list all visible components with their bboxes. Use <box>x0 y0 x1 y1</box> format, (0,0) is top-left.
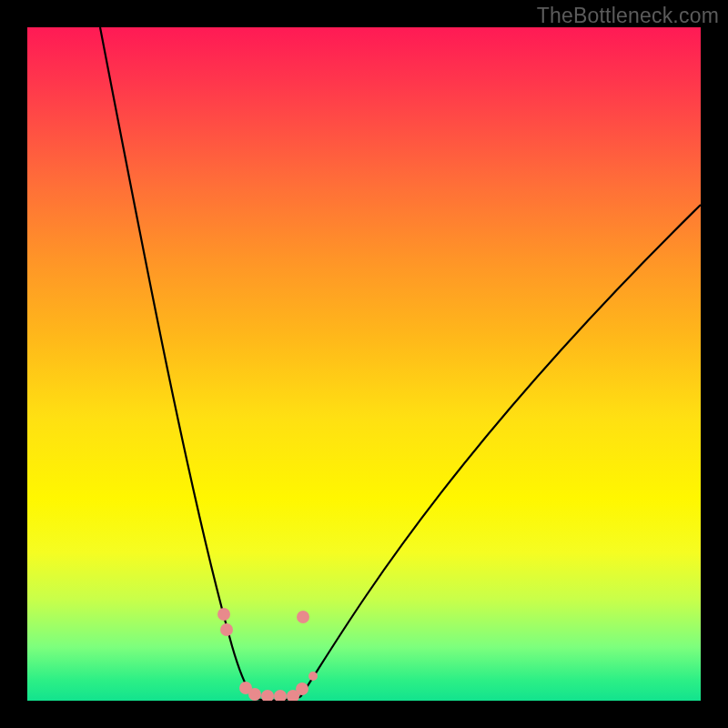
plot-area <box>27 27 701 701</box>
marker-dot <box>248 688 261 701</box>
marker-dot <box>220 623 233 636</box>
bottleneck-curve-right <box>300 205 701 697</box>
marker-dot <box>296 682 308 695</box>
marker-dot <box>308 672 318 681</box>
marker-dot <box>297 611 309 623</box>
chart-frame: TheBottleneck.com <box>0 0 728 728</box>
bottleneck-curve-left <box>100 27 255 699</box>
watermark-text: TheBottleneck.com <box>537 4 719 28</box>
marker-group <box>217 608 318 701</box>
curve-layer <box>27 27 701 701</box>
marker-dot <box>217 608 230 621</box>
marker-dot <box>261 690 274 701</box>
marker-dot <box>274 690 287 701</box>
